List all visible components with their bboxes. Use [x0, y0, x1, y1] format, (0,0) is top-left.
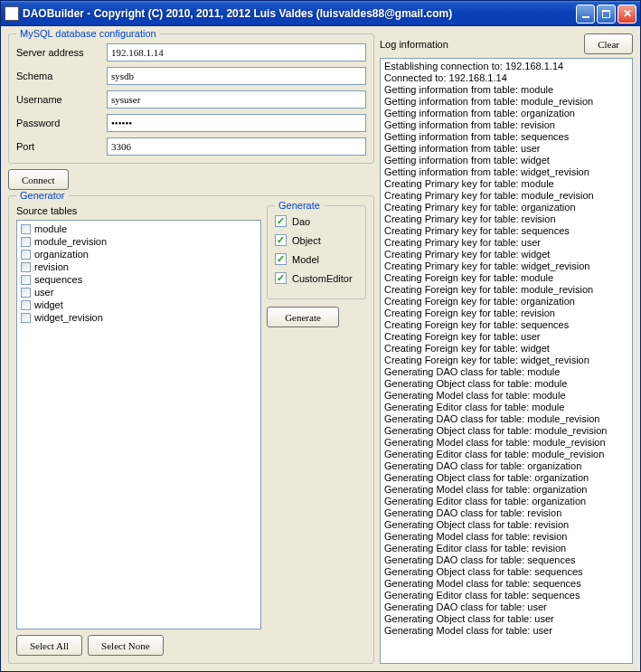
- connect-button[interactable]: Connect: [8, 169, 69, 190]
- server-label: Server address: [16, 47, 107, 58]
- username-label: Username: [16, 94, 107, 105]
- select-all-button[interactable]: Select All: [16, 635, 82, 656]
- log-line: Generating Editor class for table: seque…: [384, 590, 628, 601]
- log-line: Generating DAO class for table: organiza…: [384, 460, 628, 472]
- table-item[interactable]: sequences: [19, 273, 259, 286]
- log-line: Generating DAO class for table: user: [384, 601, 628, 613]
- table-name: sequences: [34, 274, 82, 285]
- log-line: Generating Model class for table: user: [384, 625, 628, 637]
- log-line: Generating Object class for table: revis…: [384, 519, 628, 531]
- db-config-title: MySQL database configuration: [16, 28, 160, 39]
- table-name: organization: [34, 249, 89, 260]
- source-tables-list[interactable]: modulemodule_revisionorganizationrevisio…: [16, 220, 261, 629]
- generator-title: Generator: [16, 190, 69, 201]
- maximize-icon: [602, 10, 610, 18]
- log-line: Creating Foreign key for table: module_r…: [384, 284, 628, 296]
- log-textarea[interactable]: Establishing connection to: 192.168.1.14…: [380, 58, 633, 664]
- log-line: Creating Foreign key for table: module: [384, 272, 628, 284]
- table-name: widget: [34, 299, 63, 310]
- log-line: Generating DAO class for table: revision: [384, 507, 628, 519]
- select-none-button[interactable]: Select None: [88, 635, 163, 656]
- table-name: widget_revision: [34, 312, 103, 323]
- table-checkbox[interactable]: [21, 262, 31, 272]
- table-checkbox[interactable]: [21, 300, 31, 310]
- table-item[interactable]: module: [19, 222, 259, 235]
- log-line: Generating DAO class for table: module: [384, 366, 628, 378]
- model-label: Model: [292, 254, 319, 265]
- table-checkbox[interactable]: [21, 237, 31, 247]
- app-icon: [5, 6, 19, 21]
- log-line: Generating Model class for table: module…: [384, 437, 628, 449]
- table-name: module_revision: [34, 236, 107, 247]
- customeditor-checkbox[interactable]: ✓: [275, 272, 287, 284]
- table-name: module: [34, 223, 67, 234]
- titlebar[interactable]: DAOBuilder - Copyright (C) 2010, 2011, 2…: [1, 1, 640, 26]
- log-line: Generating Editor class for table: organ…: [384, 496, 628, 507]
- app-window: DAOBuilder - Copyright (C) 2010, 2011, 2…: [0, 0, 641, 672]
- log-line: Generating Editor class for table: modul…: [384, 402, 628, 413]
- log-line: Generating Object class for table: seque…: [384, 566, 628, 578]
- object-label: Object: [292, 235, 321, 246]
- log-line: Generating DAO class for table: sequence…: [384, 554, 628, 566]
- table-item[interactable]: user: [19, 286, 259, 298]
- customeditor-label: CustomEditor: [292, 273, 353, 284]
- log-line: Creating Primary key for table: widget_r…: [384, 260, 628, 272]
- table-checkbox[interactable]: [21, 224, 31, 234]
- source-tables-label: Source tables: [16, 205, 261, 216]
- log-line: Creating Foreign key for table: widget: [384, 343, 628, 355]
- log-line: Getting information from table: user: [384, 143, 628, 155]
- log-line: Generating Model class for table: sequen…: [384, 578, 628, 590]
- table-name: revision: [34, 261, 69, 272]
- close-button[interactable]: ✕: [617, 5, 636, 24]
- log-line: Getting information from table: module_r…: [384, 96, 628, 108]
- log-line: Creating Primary key for table: organiza…: [384, 202, 628, 213]
- log-line: Getting information from table: revision: [384, 119, 628, 131]
- table-checkbox[interactable]: [21, 275, 31, 285]
- clear-button[interactable]: Clear: [584, 33, 633, 54]
- db-config-group: MySQL database configuration Server addr…: [8, 33, 374, 164]
- port-input[interactable]: [107, 137, 366, 156]
- table-checkbox[interactable]: [21, 313, 31, 323]
- log-line: Creating Primary key for table: sequence…: [384, 225, 628, 237]
- log-line: Generating Object class for table: modul…: [384, 425, 628, 437]
- dao-checkbox[interactable]: ✓: [275, 215, 287, 227]
- log-line: Creating Primary key for table: module_r…: [384, 190, 628, 202]
- server-input[interactable]: [107, 43, 366, 62]
- generate-button[interactable]: Generate: [267, 307, 339, 327]
- port-label: Port: [16, 141, 107, 152]
- table-checkbox[interactable]: [21, 288, 31, 298]
- minimize-icon: [582, 16, 589, 18]
- log-line: Getting information from table: sequence…: [384, 131, 628, 143]
- table-name: user: [34, 287, 53, 298]
- log-line: Generating Model class for table: module: [384, 390, 628, 402]
- log-line: Generating Object class for table: organ…: [384, 472, 628, 484]
- log-line: Creating Foreign key for table: sequence…: [384, 319, 628, 331]
- generate-options-title: Generate: [275, 200, 324, 211]
- maximize-button[interactable]: [597, 5, 616, 24]
- table-checkbox[interactable]: [21, 250, 31, 260]
- log-line: Creating Foreign key for table: revision: [384, 308, 628, 319]
- password-label: Password: [16, 118, 107, 128]
- log-line: Creating Primary key for table: user: [384, 237, 628, 249]
- log-line: Generating Object class for table: user: [384, 613, 628, 625]
- table-item[interactable]: revision: [19, 260, 259, 273]
- log-line: Generating Editor class for table: revis…: [384, 543, 628, 554]
- log-line: Generating Object class for table: modul…: [384, 378, 628, 390]
- table-item[interactable]: module_revision: [19, 235, 259, 248]
- username-input[interactable]: [107, 90, 366, 109]
- log-line: Creating Primary key for table: module: [384, 178, 628, 190]
- object-checkbox[interactable]: ✓: [275, 234, 287, 246]
- log-line: Generating DAO class for table: module_r…: [384, 413, 628, 425]
- model-checkbox[interactable]: ✓: [275, 253, 287, 265]
- log-line: Getting information from table: widget_r…: [384, 166, 628, 178]
- minimize-button[interactable]: [576, 5, 595, 24]
- table-item[interactable]: widget_revision: [19, 311, 259, 324]
- table-item[interactable]: organization: [19, 248, 259, 260]
- log-line: Creating Foreign key for table: user: [384, 331, 628, 343]
- schema-input[interactable]: [107, 67, 366, 85]
- log-line: Creating Foreign key for table: widget_r…: [384, 355, 628, 366]
- log-line: Creating Foreign key for table: organiza…: [384, 296, 628, 308]
- window-title: DAOBuilder - Copyright (C) 2010, 2011, 2…: [23, 7, 576, 20]
- table-item[interactable]: widget: [19, 298, 259, 311]
- password-input[interactable]: [107, 114, 366, 132]
